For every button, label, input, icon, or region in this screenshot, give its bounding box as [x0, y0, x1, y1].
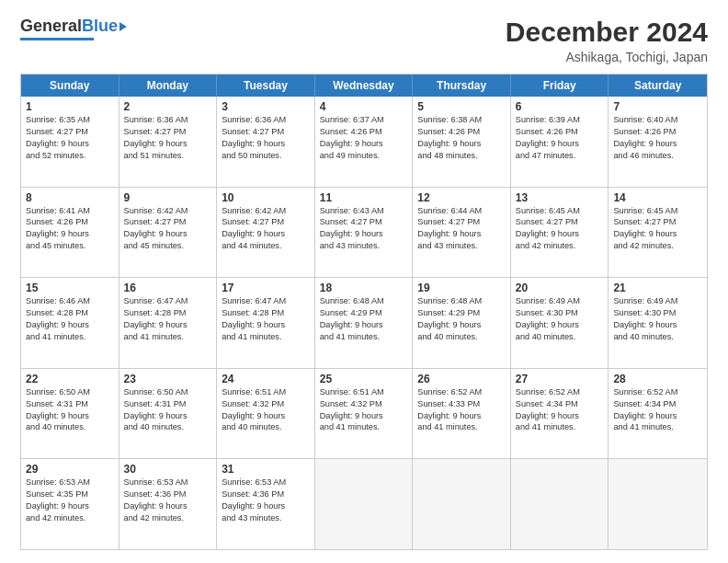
calendar-cell: 3Sunrise: 6:36 AM Sunset: 4:27 PM Daylig…: [217, 97, 315, 187]
day-info: Sunrise: 6:49 AM Sunset: 4:30 PM Dayligh…: [516, 295, 605, 343]
day-number: 21: [613, 282, 703, 294]
calendar-cell: 25Sunrise: 6:51 AM Sunset: 4:32 PM Dayli…: [315, 369, 414, 459]
logo-blue: Blue: [82, 17, 118, 36]
day-number: 20: [516, 282, 605, 294]
calendar-row: 8Sunrise: 6:41 AM Sunset: 4:26 PM Daylig…: [21, 187, 707, 278]
calendar-cell: 20Sunrise: 6:49 AM Sunset: 4:30 PM Dayli…: [511, 278, 609, 368]
day-number: 3: [222, 100, 311, 113]
day-info: Sunrise: 6:50 AM Sunset: 4:31 PM Dayligh…: [124, 386, 213, 434]
calendar-cell: 5Sunrise: 6:38 AM Sunset: 4:26 PM Daylig…: [413, 97, 511, 187]
day-info: Sunrise: 6:36 AM Sunset: 4:27 PM Dayligh…: [222, 114, 311, 162]
calendar-row: 29Sunrise: 6:53 AM Sunset: 4:35 PM Dayli…: [21, 458, 707, 549]
calendar-cell: 15Sunrise: 6:46 AM Sunset: 4:28 PM Dayli…: [21, 278, 119, 368]
logo-arrow-icon: [119, 22, 127, 31]
logo-general: General: [20, 17, 82, 36]
calendar-header-cell: Thursday: [413, 75, 511, 97]
calendar-cell: 6Sunrise: 6:39 AM Sunset: 4:26 PM Daylig…: [511, 97, 609, 187]
day-info: Sunrise: 6:51 AM Sunset: 4:32 PM Dayligh…: [222, 386, 311, 434]
calendar-cell: 26Sunrise: 6:52 AM Sunset: 4:33 PM Dayli…: [413, 369, 511, 459]
day-info: Sunrise: 6:49 AM Sunset: 4:30 PM Dayligh…: [613, 295, 703, 343]
day-info: Sunrise: 6:52 AM Sunset: 4:34 PM Dayligh…: [613, 386, 703, 434]
day-number: 16: [124, 282, 213, 294]
day-info: Sunrise: 6:52 AM Sunset: 4:34 PM Dayligh…: [516, 386, 605, 434]
calendar-cell: [609, 459, 707, 549]
calendar-header-cell: Sunday: [21, 75, 119, 97]
calendar-header-cell: Wednesday: [315, 75, 414, 97]
day-info: Sunrise: 6:46 AM Sunset: 4:28 PM Dayligh…: [26, 295, 115, 343]
calendar-cell: 17Sunrise: 6:47 AM Sunset: 4:28 PM Dayli…: [217, 278, 315, 368]
day-number: 11: [320, 191, 409, 204]
day-number: 24: [222, 373, 311, 385]
day-info: Sunrise: 6:47 AM Sunset: 4:28 PM Dayligh…: [222, 295, 311, 343]
day-info: Sunrise: 6:35 AM Sunset: 4:27 PM Dayligh…: [26, 114, 115, 162]
day-info: Sunrise: 6:40 AM Sunset: 4:26 PM Dayligh…: [613, 114, 703, 162]
calendar-cell: 12Sunrise: 6:44 AM Sunset: 4:27 PM Dayli…: [413, 188, 511, 278]
calendar-header: SundayMondayTuesdayWednesdayThursdayFrid…: [21, 75, 707, 97]
calendar-body: 1Sunrise: 6:35 AM Sunset: 4:27 PM Daylig…: [21, 97, 707, 549]
calendar-row: 1Sunrise: 6:35 AM Sunset: 4:27 PM Daylig…: [21, 97, 707, 187]
header: GeneralBlue December 2024 Ashikaga, Toch…: [20, 17, 708, 64]
day-number: 9: [124, 191, 213, 204]
calendar-cell: 18Sunrise: 6:48 AM Sunset: 4:29 PM Dayli…: [315, 278, 414, 368]
day-number: 14: [613, 191, 703, 204]
day-info: Sunrise: 6:38 AM Sunset: 4:26 PM Dayligh…: [417, 114, 506, 162]
calendar-cell: 13Sunrise: 6:45 AM Sunset: 4:27 PM Dayli…: [511, 188, 609, 278]
logo-text: GeneralBlue: [20, 17, 127, 36]
day-info: Sunrise: 6:48 AM Sunset: 4:29 PM Dayligh…: [320, 295, 409, 343]
day-number: 2: [124, 100, 213, 113]
calendar-cell: 1Sunrise: 6:35 AM Sunset: 4:27 PM Daylig…: [21, 97, 119, 187]
calendar-cell: 28Sunrise: 6:52 AM Sunset: 4:34 PM Dayli…: [609, 369, 707, 459]
day-info: Sunrise: 6:43 AM Sunset: 4:27 PM Dayligh…: [320, 205, 409, 253]
logo-line: [20, 38, 94, 40]
day-number: 15: [26, 282, 115, 294]
calendar-cell: 22Sunrise: 6:50 AM Sunset: 4:31 PM Dayli…: [21, 369, 119, 459]
calendar-cell: 4Sunrise: 6:37 AM Sunset: 4:26 PM Daylig…: [315, 97, 414, 187]
day-number: 28: [613, 373, 703, 385]
day-info: Sunrise: 6:47 AM Sunset: 4:28 PM Dayligh…: [124, 295, 213, 343]
day-info: Sunrise: 6:53 AM Sunset: 4:36 PM Dayligh…: [124, 477, 213, 524]
day-info: Sunrise: 6:36 AM Sunset: 4:27 PM Dayligh…: [124, 114, 213, 162]
calendar-cell: 19Sunrise: 6:48 AM Sunset: 4:29 PM Dayli…: [413, 278, 511, 368]
calendar-row: 22Sunrise: 6:50 AM Sunset: 4:31 PM Dayli…: [21, 368, 707, 459]
day-number: 30: [124, 463, 213, 476]
day-number: 13: [516, 191, 605, 204]
day-number: 10: [222, 191, 311, 204]
day-info: Sunrise: 6:37 AM Sunset: 4:26 PM Dayligh…: [320, 114, 409, 162]
page: GeneralBlue December 2024 Ashikaga, Toch…: [0, 0, 728, 563]
day-info: Sunrise: 6:44 AM Sunset: 4:27 PM Dayligh…: [417, 205, 506, 253]
day-number: 5: [417, 100, 506, 113]
calendar-cell: 14Sunrise: 6:45 AM Sunset: 4:27 PM Dayli…: [609, 188, 707, 278]
day-number: 31: [222, 463, 311, 476]
day-number: 27: [516, 373, 605, 385]
title-block: December 2024 Ashikaga, Tochigi, Japan: [506, 17, 708, 64]
day-info: Sunrise: 6:51 AM Sunset: 4:32 PM Dayligh…: [320, 386, 409, 434]
calendar-cell: 9Sunrise: 6:42 AM Sunset: 4:27 PM Daylig…: [119, 188, 218, 278]
day-info: Sunrise: 6:53 AM Sunset: 4:35 PM Dayligh…: [26, 477, 115, 524]
day-number: 22: [26, 373, 115, 385]
day-number: 1: [26, 100, 115, 113]
day-number: 18: [320, 282, 409, 294]
day-number: 29: [26, 463, 115, 476]
month-year: December 2024: [506, 17, 708, 48]
calendar-cell: 24Sunrise: 6:51 AM Sunset: 4:32 PM Dayli…: [217, 369, 315, 459]
day-number: 8: [26, 191, 115, 204]
calendar-cell: 16Sunrise: 6:47 AM Sunset: 4:28 PM Dayli…: [119, 278, 218, 368]
location: Ashikaga, Tochigi, Japan: [506, 50, 708, 64]
day-info: Sunrise: 6:45 AM Sunset: 4:27 PM Dayligh…: [516, 205, 605, 253]
calendar-header-cell: Monday: [119, 75, 218, 97]
calendar-cell: 27Sunrise: 6:52 AM Sunset: 4:34 PM Dayli…: [511, 369, 609, 459]
day-info: Sunrise: 6:52 AM Sunset: 4:33 PM Dayligh…: [417, 386, 506, 434]
day-info: Sunrise: 6:50 AM Sunset: 4:31 PM Dayligh…: [26, 386, 115, 434]
day-number: 7: [613, 100, 703, 113]
calendar-cell: [511, 459, 609, 549]
day-info: Sunrise: 6:41 AM Sunset: 4:26 PM Dayligh…: [26, 205, 115, 253]
calendar-cell: 7Sunrise: 6:40 AM Sunset: 4:26 PM Daylig…: [609, 97, 707, 187]
logo: GeneralBlue: [20, 17, 127, 40]
calendar-cell: 21Sunrise: 6:49 AM Sunset: 4:30 PM Dayli…: [609, 278, 707, 368]
day-number: 26: [417, 373, 506, 385]
day-number: 6: [516, 100, 605, 113]
day-info: Sunrise: 6:39 AM Sunset: 4:26 PM Dayligh…: [516, 114, 605, 162]
calendar-cell: 11Sunrise: 6:43 AM Sunset: 4:27 PM Dayli…: [315, 188, 414, 278]
calendar-cell: 29Sunrise: 6:53 AM Sunset: 4:35 PM Dayli…: [21, 459, 119, 549]
day-info: Sunrise: 6:45 AM Sunset: 4:27 PM Dayligh…: [613, 205, 703, 253]
